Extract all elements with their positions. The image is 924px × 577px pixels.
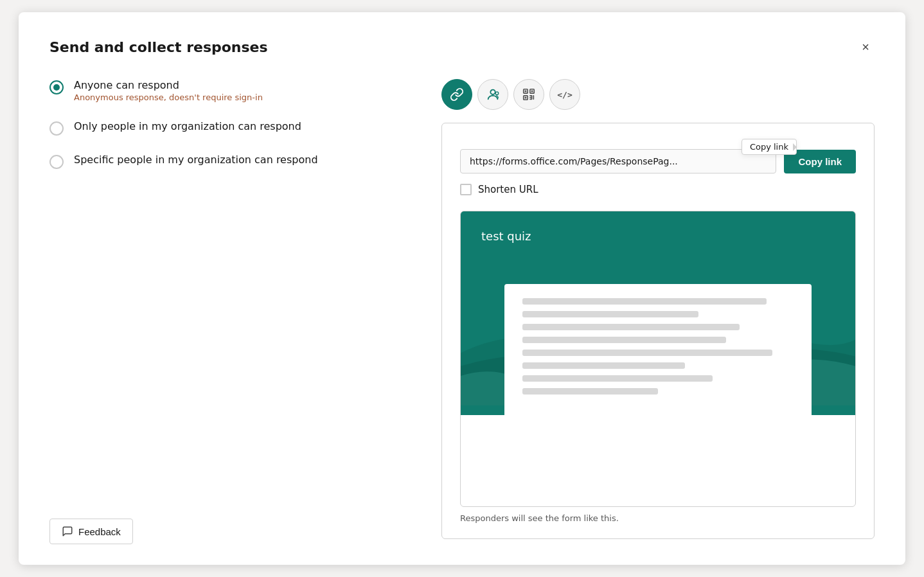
- modal-body: Anyone can respond Anonymous response, d…: [49, 79, 875, 539]
- form-line-5: [522, 350, 772, 356]
- left-panel: Anyone can respond Anonymous response, d…: [49, 79, 403, 539]
- radio-anyone[interactable]: Anyone can respond Anonymous response, d…: [49, 79, 403, 102]
- right-panel: </> Copy link https://forms.office.com/P…: [441, 79, 875, 539]
- preview-card-body: [461, 261, 855, 415]
- preview-footer-text: Responders will see the form like this.: [460, 513, 856, 523]
- modal: Send and collect responses × Anyone can …: [19, 12, 905, 565]
- url-display: https://forms.office.com/Pages/ResponseP…: [460, 149, 776, 173]
- radio-label-anyone: Anyone can respond: [74, 79, 263, 91]
- modal-title: Send and collect responses: [49, 39, 268, 55]
- svg-point-0: [490, 90, 495, 94]
- form-line-4: [522, 337, 726, 343]
- shorten-url-checkbox[interactable]: [460, 184, 472, 195]
- svg-point-1: [495, 92, 499, 95]
- tab-share[interactable]: [477, 79, 508, 110]
- form-line-8: [522, 388, 658, 395]
- shorten-url-label: Shorten URL: [478, 184, 538, 195]
- tab-qr[interactable]: [513, 79, 544, 110]
- radio-circle-org: [49, 121, 64, 136]
- radio-label-specific: Specific people in my organization can r…: [74, 154, 318, 166]
- embed-icon: </>: [557, 90, 572, 100]
- feedback-label: Feedback: [78, 526, 121, 537]
- preview-quiz-title: test quiz: [481, 229, 531, 243]
- feedback-button[interactable]: Feedback: [49, 519, 133, 544]
- link-icon: [450, 87, 464, 102]
- radio-circle-specific: [49, 155, 64, 169]
- preview-card: test quiz: [460, 211, 856, 507]
- form-line-6: [522, 362, 686, 369]
- radio-label-org: Only people in my organization can respo…: [74, 120, 301, 132]
- close-button[interactable]: ×: [857, 38, 875, 56]
- svg-rect-7: [525, 97, 527, 99]
- modal-header: Send and collect responses ×: [49, 38, 875, 56]
- preview-card-header: test quiz: [461, 211, 855, 261]
- tab-embed[interactable]: </>: [549, 79, 580, 110]
- radio-org[interactable]: Only people in my organization can respo…: [49, 120, 403, 136]
- shorten-url-row: Shorten URL: [460, 184, 856, 195]
- copy-link-tooltip: Copy link: [742, 139, 797, 155]
- content-box: Copy link https://forms.office.com/Pages…: [441, 123, 875, 539]
- feedback-icon: [62, 526, 73, 537]
- radio-sublabel-anyone: Anonymous response, doesn't require sign…: [74, 93, 263, 102]
- form-line-1: [522, 298, 767, 305]
- radio-circle-anyone: [49, 80, 64, 94]
- svg-rect-6: [531, 91, 533, 93]
- form-line-3: [522, 324, 740, 330]
- preview-form-card: [504, 284, 812, 415]
- tab-link[interactable]: [441, 79, 472, 110]
- form-line-7: [522, 375, 713, 382]
- qr-icon: [522, 87, 536, 102]
- radio-specific[interactable]: Specific people in my organization can r…: [49, 154, 403, 169]
- tab-bar: </>: [441, 79, 875, 110]
- svg-rect-5: [525, 91, 527, 93]
- share-people-icon: [486, 87, 500, 102]
- form-line-2: [522, 311, 699, 317]
